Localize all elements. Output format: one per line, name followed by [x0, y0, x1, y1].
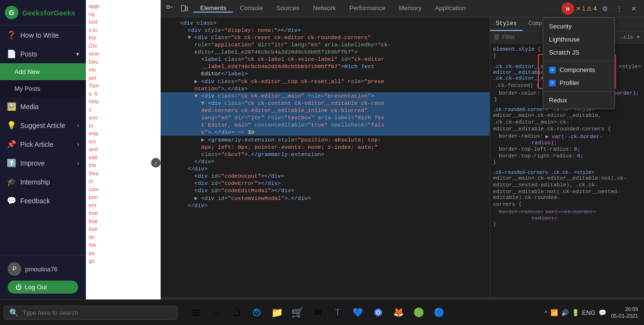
cls-btn[interactable]: .cls	[620, 34, 633, 40]
xml-line[interactable]: </div>	[161, 202, 490, 209]
taskbar-icon-start[interactable]: ⊞	[187, 304, 205, 321]
dropdown-item-profiler[interactable]: ⚛ Profiler	[543, 76, 615, 89]
tab-memory[interactable]: Memory	[392, 4, 428, 13]
style-source: <style>	[619, 64, 641, 75]
filter-icon: ☰	[494, 34, 499, 41]
xml-line[interactable]: <div style="display: none;"></div>	[161, 27, 490, 34]
react-icon: ⚛	[549, 67, 556, 73]
how-to-write-icon: ❓	[7, 30, 15, 40]
sidebar-item-feedback[interactable]: 💬 Feedback	[0, 191, 86, 210]
taskbar: 🔍 ⊞ ○ ❑ 📁 🛒 ✉ T 💙 🦊 🟢 🔵 ^ 📶 🔊 🔋	[0, 299, 644, 325]
logout-button[interactable]: ⏻ Log Out	[8, 281, 78, 294]
taskbar-icon-cortana[interactable]: ○	[207, 304, 225, 321]
taskbar-icon-chrome[interactable]	[370, 304, 387, 321]
dropdown-item-security[interactable]: Security	[543, 20, 615, 33]
taskbar-icon-teams[interactable]: T	[329, 304, 346, 321]
xml-line[interactable]: <div id="codeEditModal"></div>	[161, 187, 490, 194]
taskbar-icon-explorer[interactable]: 📁	[268, 304, 286, 321]
sidebar-item-label: Suggest Article	[20, 122, 65, 129]
middle-column: aggrngtools totheChromeDeveloperTools. I…	[86, 0, 161, 299]
xml-line[interactable]: ▶ <div id="customViewModal">…</div>	[161, 194, 490, 202]
xml-line[interactable]: ▶ <grammarly-extension style="position: …	[161, 136, 490, 143]
suggest-chevron: ›	[77, 122, 79, 129]
tab-elements[interactable]: Elements	[193, 4, 233, 13]
xml-line[interactable]: lang="en" dir="ltr" role="textbox" aria-…	[161, 114, 490, 121]
settings-button[interactable]: ⚙	[599, 2, 611, 15]
close-devtools-button[interactable]: ✕	[628, 2, 640, 15]
xml-line[interactable]: ▶ <div class="ck ck-editor__top ck-reset…	[161, 77, 490, 85]
logout-label: Log Out	[25, 283, 47, 291]
taskbar-icon-vscode[interactable]: 💙	[349, 304, 367, 321]
dropdown-item-scratch-js[interactable]: Scratch JS	[543, 46, 615, 59]
sel4-continued-2: editor__nested-editable), .ck.ck-	[493, 182, 641, 188]
xml-line[interactable]: ded-corners ck-editor__editable_inline c…	[161, 107, 490, 114]
sidebar-item-my-posts[interactable]: My Posts	[0, 80, 86, 97]
xml-line[interactable]: <div class>	[161, 19, 490, 27]
xml-line[interactable]: </div>	[161, 165, 490, 172]
network-icon: 📶	[550, 309, 558, 316]
xml-line[interactable]: class="cGcvT">…</grammarly-extension>	[161, 151, 490, 158]
customize-button[interactable]: ⋮	[613, 2, 626, 15]
tab-performance[interactable]: Performance	[343, 4, 392, 13]
dropdown-item-lighthouse[interactable]: Lighthouse	[543, 33, 615, 46]
sidebar-item-media[interactable]: 🖼️ Media	[0, 97, 86, 116]
xml-line[interactable]: role="application" dir="ltr" lang="en" a…	[161, 41, 490, 48]
taskbar-search[interactable]: 🔍	[4, 306, 178, 320]
selector-continued-2: .ck.ck-editor__main>.ck-	[493, 119, 641, 125]
svg-rect-2	[181, 5, 185, 11]
tab-console[interactable]: Console	[233, 4, 270, 13]
toolbar-left	[161, 2, 193, 15]
inspect-element-button[interactable]	[164, 2, 176, 15]
style-prop-br: border-radius: ▶ var(--ck-border-	[493, 133, 641, 140]
tab-network[interactable]: Network	[306, 4, 343, 13]
tab-application[interactable]: Application	[428, 4, 473, 13]
elements-panel[interactable]: <div class> <div style="display: none;">…	[161, 17, 490, 297]
sidebar-item-add-new[interactable]: Add New	[0, 63, 86, 80]
xml-line[interactable]: ▼ <div class="ck ck-content ck-editor__e…	[161, 99, 490, 107]
xml-line[interactable]: ▼ <div class="ck ck-reset ck-editor ck-r…	[161, 34, 490, 41]
style-block-3: .ck-rounded-corners .ck.ck- <style> edit…	[493, 170, 641, 227]
xml-line[interactable]: editor__label_e20746cbcb4a2d26d0cb5bb571…	[161, 48, 490, 56]
sidebar-item-internship[interactable]: 🎓 Internship	[0, 172, 86, 191]
xml-line[interactable]: <div id="codeError"></div>	[161, 180, 490, 187]
chevron-up-icon[interactable]: ^	[544, 309, 547, 316]
taskbar-icon-store[interactable]: 🛒	[288, 304, 306, 321]
my-posts-label: My Posts	[14, 85, 40, 92]
xml-line[interactable]: <div id="codeOutput"></div>	[161, 172, 490, 180]
taskbar-icon-green[interactable]: 🟢	[410, 304, 427, 321]
xml-line[interactable]: __label_e20746cbcb4a2d26d0cb5bb571b9bffb…	[161, 63, 490, 70]
sidebar-item-how-to-write[interactable]: ❓ How to Write	[0, 26, 86, 44]
device-toolbar-button[interactable]	[178, 2, 191, 15]
collapse-sidebar-button[interactable]: ‹	[151, 158, 161, 168]
sidebar-item-improve[interactable]: ⬆️ Improve ›	[0, 154, 86, 172]
sidebar-item-pick-article[interactable]: 📌 Pick Article ›	[0, 135, 86, 154]
xml-line-selected[interactable]: ▼ <div class="ck ck-editor__main" role="…	[161, 92, 490, 99]
sidebar-item-suggest-article[interactable]: 💡 Suggest Article ›	[0, 116, 86, 135]
xml-line-dollar[interactable]: e">…</div> == $0	[161, 128, 490, 136]
border-radius-continued-2: radius);	[493, 215, 641, 221]
notification-icon[interactable]: 💬	[599, 309, 606, 316]
tab-sources[interactable]: Sources	[270, 4, 306, 13]
xml-line[interactable]: t Editor, main" contenteditable="true" s…	[161, 121, 490, 128]
taskbar-icon-blue[interactable]: 🔵	[430, 304, 448, 321]
xml-line[interactable]: Editor</label>	[161, 70, 490, 77]
dropdown-item-redux[interactable]: Redux	[543, 94, 615, 107]
xml-line[interactable]: </div>	[161, 158, 490, 165]
styles-tab-styles[interactable]: Styles	[490, 17, 522, 31]
xml-line[interactable]: <label class="ck ck-label ck-voice-label…	[161, 56, 490, 63]
svg-rect-3	[186, 7, 188, 11]
profiler-label: Profiler	[560, 79, 579, 86]
taskbar-icon-orange[interactable]: 🦊	[390, 304, 407, 321]
add-style-btn[interactable]: +	[636, 33, 640, 41]
sidebar-item-posts[interactable]: 📄 Posts ▾	[0, 44, 86, 63]
devtools-tabs: Elements Console Sources Network Perform…	[193, 4, 558, 13]
taskbar-icon-taskview[interactable]: ❑	[228, 304, 245, 321]
warning-count: 4	[593, 5, 597, 12]
xml-line[interactable]: ntation">…</div>	[161, 85, 490, 92]
more-tabs-button[interactable]: »	[562, 2, 574, 15]
dropdown-item-components[interactable]: ⚛ Components	[543, 63, 615, 76]
taskbar-icon-edge[interactable]	[248, 304, 265, 321]
taskbar-icon-mail[interactable]: ✉	[309, 304, 326, 321]
taskbar-search-input[interactable]	[23, 309, 167, 316]
xml-line[interactable]: 0px; left: 0px; pointer-events: none; z-…	[161, 143, 490, 151]
